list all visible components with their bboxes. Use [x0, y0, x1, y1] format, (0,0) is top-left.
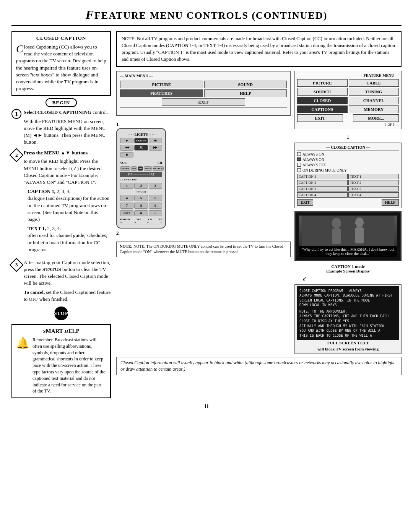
exit-btn-r[interactable]: EXIT: [120, 210, 133, 216]
arrow-down-2: ↙: [302, 275, 402, 282]
title-f-italic: F: [86, 8, 94, 21]
menu-btn-help[interactable]: HELP: [204, 89, 287, 97]
main-menu-diagram: — MAIN MENU — PICTURE SOUND FEATURES HEL…: [116, 71, 291, 118]
caption-example-label: CAPTION 1 modeExample Screen Display: [294, 264, 402, 273]
vol-ch-row: VOL CH: [120, 161, 162, 165]
onoff-btn[interactable]: ON/OFF: [120, 166, 130, 171]
feat-more[interactable]: MORE...: [353, 114, 399, 122]
feat-memory[interactable]: MEMORY: [349, 105, 399, 113]
feat-exit[interactable]: EXIT: [297, 114, 343, 122]
text-sub: TEXT 1, 2, 3, 4: often used for channel …: [28, 225, 111, 253]
stop-btn[interactable]: ⏹: [120, 152, 133, 157]
menu-btn-features[interactable]: FEATURES: [120, 89, 203, 97]
m-btn[interactable]: M: [134, 145, 148, 151]
smart-help-title: SMART HELP: [16, 328, 106, 334]
cc-opt-1: ALWAYS ON: [297, 152, 399, 156]
cc-menu-header: — CLOSED CAPTION —: [297, 145, 399, 151]
feat-source[interactable]: SOURCE: [297, 88, 348, 96]
tv-screen-area: "Why did I try to act like this... MARSH…: [294, 211, 402, 273]
main-menu-box: — MAIN MENU — PICTURE SOUND FEATURES HEL…: [116, 71, 291, 116]
feat-channel[interactable]: CHANNEL: [349, 97, 399, 104]
note-box: NOTE: Not all TV programs and product co…: [116, 31, 402, 67]
d-label: D: [147, 221, 149, 224]
step-3-content: After making your Caption mode selection…: [24, 259, 111, 303]
num-6[interactable]: 6: [149, 195, 162, 201]
fs-line-6: ALWAYS THE CAPTIONS, CUT AND THEN EACH E…: [299, 314, 397, 319]
m-label: M: [120, 221, 122, 224]
cc-exit-btn[interactable]: EXIT: [297, 199, 313, 206]
cc-help-btn[interactable]: HELP: [382, 199, 399, 206]
remote-row2: ◀◀ M ▶▶: [120, 145, 162, 151]
num-grid-4: EXIT 0 ○: [120, 210, 162, 216]
remote-top-label: · · · · LIGHTS · · · ·: [120, 133, 162, 136]
num-5[interactable]: 5: [134, 195, 148, 201]
closed-caption-box: CLOSED CAPTION Closed Captioning (CC) al…: [11, 31, 111, 96]
feat-picture[interactable]: PICTURE: [297, 79, 348, 87]
caption-sub: CAPTION 1, 2, 3, 4: dialogue (and descri…: [28, 188, 111, 223]
num-2[interactable]: 2: [134, 183, 148, 189]
menu-btn-sound[interactable]: SOUND: [204, 81, 287, 88]
tv-screen: "Why did I try to act like this... MARSH…: [294, 211, 402, 261]
fs-line-3: SCREEN LOCAL CAPTIONS, IN THE MODE: [299, 298, 397, 303]
num-4[interactable]: 4: [120, 195, 133, 201]
tv-vcr-label: TV/VCR: [120, 190, 162, 193]
remote-play-section: ▶ STATUS ⏭: [120, 138, 162, 143]
cc-text4: TEXT 4: [348, 192, 399, 198]
cc-text1: TEXT 1: [348, 174, 399, 179]
svg-rect-0: [302, 216, 394, 246]
step-1-bold: Select CLOSED CAPTIONING: [24, 109, 91, 115]
step-1-extra: With the FEATURES MENU on screen, move t…: [24, 118, 111, 146]
num-0[interactable]: 0: [134, 210, 148, 216]
fs-line-4: DOWN LOCAL IN WAYS: [299, 303, 397, 308]
step-2-diamond: 2: [10, 148, 24, 162]
num-1[interactable]: 1: [120, 183, 133, 189]
feat-cable[interactable]: CABLE: [349, 79, 399, 87]
num-3[interactable]: 3: [149, 183, 162, 189]
num-grid-3: 7 8 9: [120, 203, 162, 209]
menu-btn-exit[interactable]: EXIT: [162, 98, 245, 106]
step-1: 1 Select CLOSED CAPTIONING control. With…: [11, 109, 111, 146]
ch-label-2: CH: [148, 218, 153, 221]
num-9[interactable]: 9: [149, 203, 162, 209]
feat-captions[interactable]: CAPTIONS: [297, 105, 348, 113]
feature-menu-grid: PICTURE CABLE SOURCE TUNING CLOSED CHANN…: [297, 79, 399, 113]
circle-btn[interactable]: ○: [149, 210, 162, 216]
cc-check-2: ✓: [297, 157, 301, 161]
svg-point-3: [355, 217, 364, 227]
rew-btn[interactable]: ◀◀: [120, 145, 133, 151]
cc-text3: TEXT 3: [348, 186, 399, 191]
cc-options: ALWAYS ON ✓ ALWAYS ON ALWAYS OFF ON: [297, 152, 399, 172]
pos-btn[interactable]: POS: [131, 166, 137, 171]
feat-tuning[interactable]: TUNING: [349, 88, 399, 96]
fullscreen-label: FULL SCREEN TEXTwill block TV screen fro…: [297, 340, 399, 352]
num-8[interactable]: 8: [134, 203, 148, 209]
pip-btn[interactable]: PIP: [138, 166, 143, 171]
cc-intro-text: Closed Captioning (CC) allows you to rea…: [16, 44, 106, 92]
ch-label: CH: [158, 161, 162, 165]
skip-btn[interactable]: ⏭: [149, 138, 162, 143]
tv-label: TV: [158, 218, 162, 221]
step-3-cancel: To cancel, set the Closed Captioned feat…: [24, 289, 111, 303]
num-7[interactable]: 7: [120, 203, 133, 209]
left-column: CLOSED CAPTION Closed Captioning (CC) al…: [11, 31, 111, 398]
cc-exit-row: EXIT HELP: [297, 199, 399, 206]
e-label: E: [161, 221, 162, 224]
feat-bottom-row: EXIT MORE...: [297, 114, 399, 122]
cc-check-1: [297, 152, 301, 156]
swap-btn[interactable]: SWAP: [144, 166, 152, 171]
ff-btn[interactable]: ▶▶: [149, 145, 162, 151]
review-btn[interactable]: REVIEW: [153, 166, 164, 171]
remote-row3: ⏹: [120, 152, 162, 157]
play-btn[interactable]: ▶: [120, 138, 133, 143]
cc-caption-grid: CAPTION 1 TEXT 1 CAPTION 2 TEXT 2 CAPTIO…: [297, 174, 399, 198]
cc-menu-box: — CLOSED CAPTION — ALWAYS ON ✓ ALWAYS ON: [294, 143, 402, 208]
feat-closed[interactable]: CLOSED: [297, 97, 348, 104]
menu-btn-picture[interactable]: PICTURE: [120, 81, 203, 88]
status-btn[interactable]: STATUS: [134, 138, 148, 143]
note-inside: NOTE: NOTE: The ON DURING MUTE ONLY cont…: [116, 242, 291, 257]
page-indicator: 1 OF 5 —: [297, 123, 399, 127]
tv-persons: [299, 216, 397, 246]
tuner-label: 2 TUNER PIP: [120, 178, 162, 181]
right-diagram-col: — FEATURE MENU — PICTURE CABLE SOURCE TU…: [294, 71, 402, 354]
cc-text2: TEXT 2: [348, 180, 399, 185]
